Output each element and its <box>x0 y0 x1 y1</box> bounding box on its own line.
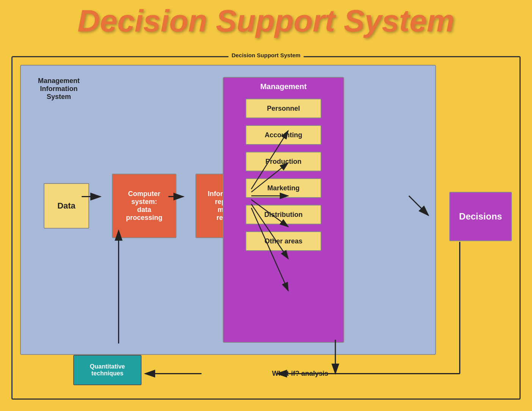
management-items-list: Personnel Accounting Production Marketin… <box>224 94 343 256</box>
page-wrapper: Decision Support System Decision Support… <box>0 0 532 411</box>
mis-label: Management InformationSystem <box>32 77 85 101</box>
marketing-item: Marketing <box>246 178 321 198</box>
decisions-box: Decisions <box>449 192 512 241</box>
management-box: Management Personnel Accounting Producti… <box>223 77 344 343</box>
distribution-item: Distribution <box>246 205 321 224</box>
mis-box: Management InformationSystem Data Comput… <box>20 65 436 355</box>
computer-system-box: Computersystem:dataprocessing <box>112 174 176 238</box>
production-item: Production <box>246 152 321 171</box>
quant-box: Quantitativetechniques <box>73 355 142 385</box>
whatif-label: What-if? analysis <box>172 370 428 378</box>
data-box: Data <box>44 183 89 229</box>
accounting-item: Accounting <box>246 125 321 145</box>
personnel-item: Personnel <box>246 99 321 118</box>
dss-outer-box: Decision Support System Management Infor… <box>11 56 521 400</box>
management-label: Management <box>224 78 343 94</box>
main-title: Decision Support System <box>0 0 532 41</box>
dss-outer-label: Decision Support System <box>228 52 304 58</box>
other-areas-item: Other areas <box>246 231 321 251</box>
